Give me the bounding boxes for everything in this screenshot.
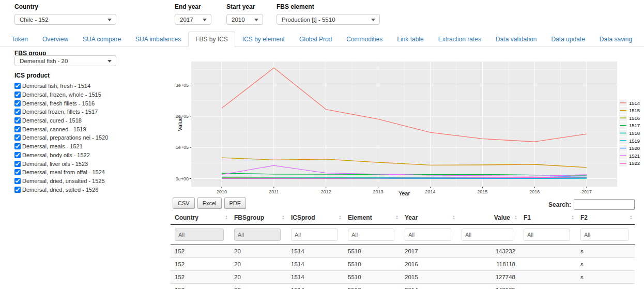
checkbox-demersal-dried-unsalted-1525[interactable] [14,178,21,184]
checkbox-demersal-preparations-nei-1520[interactable] [14,134,21,141]
filter-cell-year [401,225,457,245]
tab-link-table[interactable]: Link table [390,32,431,47]
tab-global-prod[interactable]: Global Prod [292,32,339,47]
table-row[interactable]: 15220151455102015127748s [171,271,635,284]
ics-product-option[interactable]: Demersal, cured - 1518 [14,116,170,125]
column-filter-input-year[interactable] [405,229,451,241]
export-csv-button[interactable]: CSV [173,197,195,209]
checkbox-demersal-frozen-fillets-1517[interactable] [14,109,21,115]
tab-bar: TokenOverviewSUA compareSUA imbalancesFB… [0,32,644,47]
ics-product-option[interactable]: Demersal, canned - 1519 [14,125,170,133]
table-search-input[interactable] [574,199,635,210]
tab-fbs-by-ics[interactable]: FBS by ICS [188,32,235,47]
table-row[interactable]: 15220151455102014148105s [171,284,635,289]
tab-ics-by-element[interactable]: ICS by element [235,32,292,47]
checkbox-demersal-dried-salted-1526[interactable] [14,187,21,193]
start-year-label: Start year [226,3,263,10]
tab-token[interactable]: Token [4,32,35,47]
tab-sua-compare[interactable]: SUA compare [75,32,128,47]
cell-country: 152 [171,284,230,289]
cell-country: 152 [171,258,230,271]
fbs-group-select[interactable]: Demersal fish - 20 [14,55,116,66]
x-tick-label: 2010 [217,189,227,194]
checkbox-demersal-body-oils-1522[interactable] [14,152,21,158]
checkbox-demersal-fresh-fillets-1516[interactable] [14,100,21,107]
ics-product-option[interactable]: Demersal, body oils - 1522 [14,151,170,160]
cell-icsprod: 1514 [287,245,344,258]
tab-commodities[interactable]: Commodities [339,32,390,47]
table-row[interactable]: 15220151455102017143232s [171,245,635,258]
cell-f2: s [576,284,635,289]
export-pdf-button[interactable]: PDF [224,197,246,209]
column-filter-input-f2[interactable] [580,229,628,241]
country-select[interactable]: Chile - 152 [14,14,116,25]
export-button-group: CSVExcelPDF [173,197,246,209]
sort-icon[interactable]: ▲▼ [395,215,398,220]
sort-icon[interactable]: ▲▼ [225,215,228,220]
ics-product-option-label: Demersal, body oils - 1522 [22,152,90,158]
column-header-fbsgroup[interactable]: FBSgroup▲▼ [230,211,287,225]
sort-icon[interactable]: ▲▼ [452,215,455,220]
tab-data-saving[interactable]: Data saving [592,32,639,47]
ics-product-option[interactable]: Demersal, liver oils - 1523 [14,159,170,168]
checkbox-demersal-cured-1518[interactable] [14,117,21,124]
column-header-icsprod[interactable]: ICSprod▲▼ [287,211,344,225]
column-filter-input-element[interactable] [348,229,394,241]
ics-product-option[interactable]: Demersal, meal from offal - 1524 [14,168,170,177]
sort-icon[interactable]: ▲▼ [571,215,574,220]
ics-product-option[interactable]: Demersal, dried, unsalted - 1525 [14,177,170,186]
sort-icon[interactable]: ▲▼ [339,215,342,220]
cell-element: 5510 [344,245,401,258]
tab-data-validation[interactable]: Data validation [488,32,544,47]
sort-icon[interactable]: ▲▼ [630,215,633,220]
tab-extraction-rates[interactable]: Extraction rates [431,32,488,47]
ics-product-option[interactable]: Demersal, fresh fillets - 1516 [14,99,170,108]
cell-element: 5510 [344,258,401,271]
column-filter-input-value[interactable] [462,229,513,241]
column-header-f2[interactable]: F2▲▼ [576,211,635,225]
table-search: Search: [548,199,635,210]
tab-overview[interactable]: Overview [35,32,75,47]
checkbox-demersal-fish-fresh-1514[interactable] [14,83,21,89]
x-tick-label: 2015 [477,189,487,194]
cell-year: 2016 [401,258,457,271]
sort-icon[interactable]: ▲▼ [514,215,517,220]
column-header-country[interactable]: Country▲▼ [171,211,230,225]
tab-data-update[interactable]: Data update [544,32,592,47]
export-excel-button[interactable]: Excel [197,197,222,209]
x-axis-title: Year [398,190,410,196]
ics-product-option[interactable]: Demersal fish, fresh - 1514 [14,82,170,90]
end-year-select-value: 2017 [180,17,193,23]
column-header-value[interactable]: Value▲▼ [457,211,519,225]
tab-sua-imbalances[interactable]: SUA imbalances [128,32,188,47]
ics-product-option[interactable]: Demersal frozen, fillets - 1517 [14,108,170,116]
ics-product-option[interactable]: Demersal, preparations nei - 1520 [14,133,170,142]
start-year-select[interactable]: 2010 [226,14,263,25]
chevron-down-icon [203,19,207,21]
column-header-label: F1 [524,214,531,221]
filter-cell-value [457,225,519,245]
checkbox-demersal-frozen-whole-1515[interactable] [14,92,21,98]
table-header-row: Country▲▼FBSgroup▲▼ICSprod▲▼Element▲▼Yea… [171,211,635,225]
column-header-year[interactable]: Year▲▼ [401,211,457,225]
column-header-f1[interactable]: F1▲▼ [519,211,576,225]
ics-product-option[interactable]: Demersal, frozen, whole - 1515 [14,90,170,99]
fbs-element-filter-group: FBS element Production [t] - 5510 [277,3,380,25]
ics-product-list: Demersal fish, fresh - 1514Demersal, fro… [14,82,170,194]
data-table: Country▲▼FBSgroup▲▼ICSprod▲▼Element▲▼Yea… [171,211,635,289]
checkbox-demersal-canned-1519[interactable] [14,126,21,132]
column-header-element[interactable]: Element▲▼ [344,211,401,225]
checkbox-demersal-liver-oils-1523[interactable] [14,161,21,167]
fbs-element-select[interactable]: Production [t] - 5510 [277,14,380,25]
ics-product-option[interactable]: Demersal, dried, salted - 1526 [14,185,170,194]
ics-product-option[interactable]: Demersal, meals - 1521 [14,142,170,151]
sort-icon[interactable]: ▲▼ [282,215,285,220]
table-row[interactable]: 15220151455102016118118s [171,258,635,271]
column-header-label: FBSgroup [234,214,264,221]
x-tick-label: 2013 [373,189,384,194]
column-filter-input-icsprod[interactable] [291,229,338,241]
checkbox-demersal-meals-1521[interactable] [14,143,21,149]
column-filter-input-f1[interactable] [524,229,570,241]
checkbox-demersal-meal-from-offal-1524[interactable] [14,169,21,175]
end-year-select[interactable]: 2017 [175,14,211,25]
